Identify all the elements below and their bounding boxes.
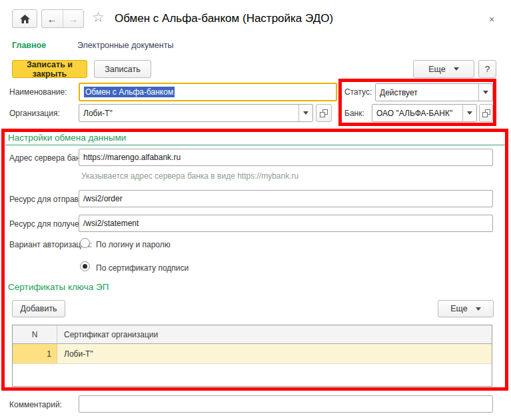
chevron-down-icon[interactable] [478,84,492,101]
overlapping-windows-icon [320,109,328,117]
organization-label: Организация: [9,109,60,118]
send-resource-input[interactable]: /wsi2/order [79,190,493,207]
receive-resource-value: /wsi2/statement [83,219,139,228]
radio-login-password-label[interactable]: По логину и паролю [96,240,171,249]
name-label: Наименование: [9,87,67,97]
radio-certificate-label[interactable]: По сертификату подписи [96,263,189,273]
server-address-hint: Указывается адрес сервера банка в виде h… [81,171,298,181]
bank-open-button[interactable] [479,104,493,122]
table-header-row: N Сертификат организации [13,325,492,344]
organization-value: Лоби-Т" [79,105,298,121]
favorite-star-icon[interactable]: ☆ [92,10,105,24]
back-icon: ← [47,13,57,25]
page-title: Обмен с Альфа-банком (Настройка ЭДО) [115,12,333,25]
forward-button[interactable]: → [63,10,84,27]
chevron-down-icon [454,67,459,71]
tab-electronic-documents[interactable]: Электронные документы [77,41,173,50]
certificates-title: Сертификаты ключа ЭП [8,282,109,292]
more-button-certificates[interactable]: Еще [438,300,494,317]
bank-label: Банк: [344,109,364,118]
status-label: Статус: [344,87,372,97]
certificates-table: N Сертификат организации 1 Лоби-Т" [12,325,492,387]
home-button[interactable] [12,9,37,28]
send-resource-value: /wsi2/order [83,194,123,203]
comment-input[interactable] [79,395,493,413]
name-input[interactable]: Обмен с Альфа-банком [79,83,337,101]
nav-button-group: ← → [41,9,84,28]
add-certificate-button[interactable]: Добавить [12,300,65,317]
bank-value: ОАО "АЛЬФА-БАНК" [372,105,462,121]
table-row[interactable]: 1 Лоби-Т" [13,344,492,364]
save-and-close-button[interactable]: Записать и закрыть [12,60,87,78]
server-address-input[interactable]: https://marengo.alfabank.ru [79,149,493,166]
more-button-label: Еще [450,304,467,313]
status-select[interactable]: Действует [375,83,493,101]
back-button[interactable]: ← [42,10,63,27]
close-icon[interactable]: × [489,15,494,24]
chevron-down-icon[interactable] [462,105,476,121]
bank-select[interactable]: ОАО "АЛЬФА-БАНК" [372,104,477,122]
name-selected-text: Обмен с Альфа-банком [84,87,175,97]
radio-login-password[interactable] [80,238,90,248]
chevron-down-icon[interactable] [298,105,312,121]
chevron-down-icon [476,307,481,311]
send-resource-label: Ресурс для отправки: [9,195,89,204]
section-divider [5,145,505,145]
overlapping-windows-icon [482,109,490,117]
row-number-cell: 1 [13,344,57,363]
organization-select[interactable]: Лоби-Т" [79,104,313,122]
organization-open-button[interactable] [316,104,332,122]
save-button[interactable]: Записать [94,60,151,78]
radio-certificate[interactable] [80,261,90,271]
column-header-n: N [13,325,57,343]
forward-icon: → [68,13,78,25]
exchange-settings-title: Настройки обмена данными [8,133,126,143]
more-button-top[interactable]: Еще [413,60,474,78]
column-header-certificate: Сертификат организации [57,325,492,343]
help-button[interactable]: ? [478,60,496,78]
comment-label: Комментарий: [9,400,62,409]
home-icon [20,15,30,23]
status-value: Действует [376,84,478,101]
edo-settings-window: ← → ☆ Обмен с Альфа-банком (Настройка ЭД… [0,0,511,420]
row-certificate-cell: Лоби-Т" [57,344,492,363]
tab-main[interactable]: Главное [12,41,46,50]
more-button-label: Еще [428,65,445,74]
server-address-value: https://marengo.alfabank.ru [83,153,181,162]
receive-resource-input[interactable]: /wsi2/statement [79,215,493,232]
